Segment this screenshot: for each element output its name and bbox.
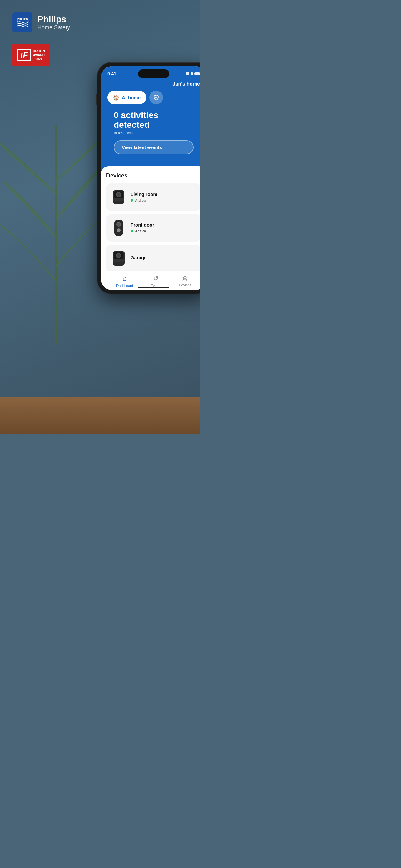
device-card-front-door[interactable]: Front door Active xyxy=(106,214,201,242)
brand-subtitle: Home Safety xyxy=(37,24,70,31)
svg-text:✦: ✦ xyxy=(17,20,19,22)
device-status-living-room: Active xyxy=(131,198,196,203)
at-home-button[interactable]: 🏠 At home xyxy=(107,91,146,104)
status-active-dot-2 xyxy=(131,230,133,232)
award-text: DESIGN AWARD 2024 xyxy=(33,49,45,61)
signal-icon xyxy=(186,72,189,75)
status-active-dot xyxy=(131,199,133,202)
phone-mockup: 9:41 Jan's home 🏠 At hom xyxy=(97,62,201,294)
brand-text-group: Philips Home Safety xyxy=(37,14,70,31)
device-image-garage xyxy=(111,250,126,267)
nav-events[interactable]: ↺ Events xyxy=(151,274,162,287)
at-home-label: At home xyxy=(122,95,140,100)
dashboard-icon: ⌂ xyxy=(123,274,127,282)
shield-button[interactable] xyxy=(149,91,163,104)
activities-count: 0 activities detected xyxy=(114,111,194,130)
device-name-front-door: Front door xyxy=(131,222,196,227)
philips-logo: PHILIPS ✦ ✦ xyxy=(12,12,32,32)
device-image-front-door xyxy=(111,219,126,237)
brand-header: PHILIPS ✦ ✦ Philips Home Safety xyxy=(12,12,70,32)
svg-text:✦: ✦ xyxy=(28,20,29,22)
device-image-living-room xyxy=(111,188,126,206)
home-title: Jan's home xyxy=(107,81,200,87)
award-if-label: iF xyxy=(18,49,31,61)
device-status-front-door: Active xyxy=(131,229,196,234)
view-latest-button[interactable]: View latest events xyxy=(114,140,194,154)
home-mode-icon: 🏠 xyxy=(113,95,119,101)
award-badge: iF DESIGN AWARD 2024 xyxy=(12,44,50,66)
phone-screen: 9:41 Jan's home 🏠 At hom xyxy=(101,66,201,290)
device-info-garage: Garage xyxy=(131,255,196,261)
status-icons xyxy=(186,72,200,75)
wifi-icon xyxy=(191,72,193,75)
device-name-living-room: Living room xyxy=(131,191,196,197)
status-time: 9:41 xyxy=(107,71,116,76)
dashboard-label: Dashboard xyxy=(116,284,133,287)
mode-buttons: 🏠 At home xyxy=(107,91,200,104)
battery-icon xyxy=(194,72,200,75)
status-active-label-2: Active xyxy=(135,229,146,234)
events-icon: ↺ xyxy=(153,274,159,282)
status-active-label: Active xyxy=(135,198,146,203)
device-name-garage: Garage xyxy=(131,255,196,260)
device-card-garage[interactable]: Garage xyxy=(106,245,201,272)
device-card-living-room[interactable]: Living room Active xyxy=(106,183,201,211)
devices-label: Devices xyxy=(179,283,191,287)
nav-devices[interactable]: Devices xyxy=(179,275,191,287)
app-content: Jan's home 🏠 At home xyxy=(101,81,201,290)
phone-frame: 9:41 Jan's home 🏠 At hom xyxy=(97,62,201,294)
devices-nav-icon xyxy=(181,275,188,282)
brand-name: Philips xyxy=(37,14,70,25)
devices-section: Devices Living room xyxy=(101,166,201,290)
home-indicator xyxy=(138,287,169,288)
device-info-front-door: Front door Active xyxy=(131,222,196,234)
activities-subtitle: In last hour xyxy=(114,131,194,135)
nav-dashboard[interactable]: ⌂ Dashboard xyxy=(116,274,133,287)
devices-heading: Devices xyxy=(106,173,201,179)
device-info-living-room: Living room Active xyxy=(131,191,196,203)
app-header: Jan's home 🏠 At home xyxy=(101,81,201,171)
dynamic-island xyxy=(138,69,169,78)
status-bar: 9:41 xyxy=(101,66,201,81)
activities-section: 0 activities detected In last hour View … xyxy=(107,111,200,164)
ground-surface xyxy=(0,397,201,434)
